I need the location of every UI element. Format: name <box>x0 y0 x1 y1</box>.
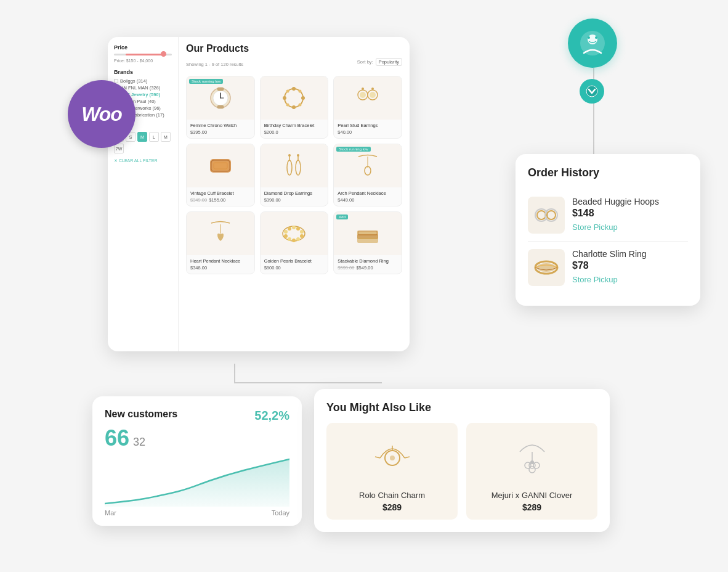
clear-filter-button[interactable]: ✕ CLEAR ALL FILTER <box>114 158 172 163</box>
brand-icon-svg <box>579 30 606 57</box>
customers-title: New customers <box>105 409 177 420</box>
product-card[interactable]: Stock running low Femme Chrono Watch $ <box>186 76 255 139</box>
product-card[interactable]: Birthday Charm Bracelet $200.0 <box>260 76 329 139</box>
product-price: $800.00 <box>264 265 325 271</box>
catalog-main: Our Products Showing 1 - 9 of 120 result… <box>179 37 410 351</box>
svg-line-64 <box>375 457 380 458</box>
svg-point-45 <box>300 230 304 234</box>
svg-point-26 <box>371 88 374 90</box>
svg-rect-10 <box>217 88 224 91</box>
order-item-price: $148 <box>572 208 688 219</box>
product-card[interactable]: Add Stackable Diamond Ring $599.00$549.0… <box>333 211 402 274</box>
product-card[interactable]: Pearl Stud Earrings $40.00 <box>333 76 402 139</box>
rec-product-name: Rolo Chain Charm <box>334 491 450 500</box>
rec-product-price: $289 <box>474 502 590 512</box>
customers-header: New customers 52,2% <box>105 409 289 423</box>
woo-label: Woo <box>81 103 122 126</box>
svg-point-17 <box>292 105 296 109</box>
pendant-necklace-icon <box>352 150 383 181</box>
svg-point-44 <box>296 227 300 231</box>
svg-point-49 <box>288 237 291 241</box>
huggie-hoops-image <box>532 200 561 230</box>
product-name: Vintage Cuff Bracelet <box>190 190 251 196</box>
stock-badge: Stock running low <box>189 79 223 84</box>
price-range-bar[interactable] <box>114 54 172 55</box>
product-image: Stock running low <box>187 76 254 120</box>
product-image: Add <box>334 212 402 255</box>
svg-point-34 <box>296 160 301 175</box>
size-btn-m2[interactable]: M <box>161 132 171 142</box>
chart-svg <box>105 457 289 507</box>
product-price: $40.00 <box>338 129 398 135</box>
product-card[interactable]: Heart Pendant Necklace $348.00 <box>186 211 255 274</box>
product-card[interactable]: Golden Pearls Bracelet $800.00 <box>260 211 329 274</box>
watch-icon <box>205 83 236 113</box>
catalog-showing: Showing 1 - 9 of 120 results <box>186 62 243 67</box>
store-pickup-link[interactable]: Store Pickup <box>572 223 688 232</box>
sort-select[interactable]: Popularity <box>376 58 402 66</box>
svg-point-16 <box>299 104 302 107</box>
rec-product-card[interactable]: Rolo Chain Charm $289 <box>326 423 458 520</box>
svg-point-36 <box>297 154 299 157</box>
heart-necklace-icon <box>205 218 236 249</box>
product-image <box>334 76 402 120</box>
svg-point-20 <box>286 90 289 93</box>
earrings-icon <box>352 83 383 113</box>
order-item-price: $78 <box>572 260 688 271</box>
price-filter: Price Price: $150 - $4,000 <box>114 44 172 63</box>
product-image <box>261 76 328 120</box>
svg-point-38 <box>365 166 371 175</box>
price-range-label: Price: $150 - $4,000 <box>114 59 172 63</box>
woo-badge: Woo <box>68 80 135 148</box>
svg-point-58 <box>547 211 556 219</box>
order-item: Charlotte Slim Ring $78 Store Pickup <box>528 242 688 293</box>
catalog-panel: Price Price: $150 - $4,000 Brands Bollgg… <box>108 37 410 351</box>
svg-point-42 <box>288 227 291 231</box>
svg-point-35 <box>288 154 291 157</box>
size-btn-l[interactable]: L <box>149 132 159 142</box>
product-image <box>261 212 328 255</box>
product-card[interactable]: Vintage Cuff Bracelet $349.00$155.00 <box>186 144 255 206</box>
product-info: Golden Pearls Bracelet $800.00 <box>261 255 328 274</box>
svg-point-3 <box>595 36 597 39</box>
drop-earrings-icon <box>278 150 309 181</box>
ring-icon <box>352 218 383 249</box>
sort-label: Sort by: <box>357 59 373 65</box>
brand-item[interactable]: Bollggs (314) <box>114 78 172 84</box>
customers-count: 66 32 <box>105 425 289 451</box>
product-name: Arch Pendant Necklace <box>338 190 398 196</box>
order-item-image <box>528 249 565 286</box>
product-image <box>261 144 328 187</box>
product-info: Birthday Charm Bracelet $200.0 <box>261 120 328 138</box>
svg-rect-11 <box>217 105 224 108</box>
svg-point-46 <box>300 234 304 238</box>
product-card[interactable]: Stock running low Arch Pendant Necklace … <box>333 144 402 206</box>
rec-product-name: Mejuri x GANNI Clover <box>474 491 590 500</box>
svg-point-50 <box>284 234 288 238</box>
order-item: Beaded Huggie Hoops $148 Store Pickup <box>528 189 688 242</box>
size-btn-7w[interactable]: 7W <box>114 144 124 153</box>
product-price: $348.00 <box>190 265 251 271</box>
svg-point-19 <box>283 96 286 100</box>
svg-point-60 <box>537 263 556 272</box>
order-item-details: Charlotte Slim Ring $78 Store Pickup <box>572 249 688 286</box>
pearl-bracelet-icon <box>278 218 309 249</box>
product-card[interactable]: Diamond Drop Earrings $390.00 <box>260 144 329 206</box>
svg-point-25 <box>370 92 376 98</box>
rec-product-card[interactable]: Mejuri x GANNI Clover $289 <box>466 423 597 520</box>
products-grid: Stock running low Femme Chrono Watch $ <box>186 76 402 274</box>
svg-point-2 <box>588 36 590 39</box>
product-info: Stackable Diamond Ring $599.00$549.00 <box>334 255 402 274</box>
product-info: Heart Pendant Necklace $348.00 <box>187 255 254 274</box>
product-name: Stackable Diamond Ring <box>338 258 398 264</box>
clover-necklace-icon <box>508 433 557 483</box>
store-pickup-link-2[interactable]: Store Pickup <box>572 275 688 284</box>
teal-brand-icon <box>568 18 617 68</box>
size-btn-m-active[interactable]: M <box>137 132 147 142</box>
product-price: $390.00 <box>264 197 325 203</box>
slim-ring-image <box>532 253 561 282</box>
chevron-down-icon <box>585 84 599 98</box>
customers-panel: New customers 52,2% 66 32 Mar Today <box>92 396 302 526</box>
product-info: Diamond Drop Earrings $390.00 <box>261 187 328 206</box>
product-name: Femme Chrono Watch <box>190 123 251 128</box>
